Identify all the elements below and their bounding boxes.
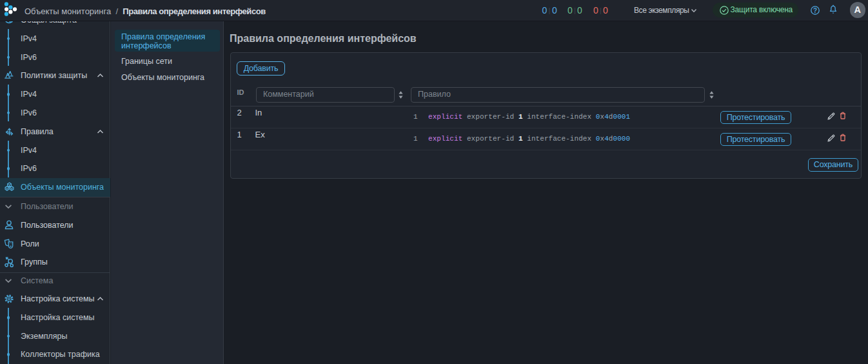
svg-text:?: ?: [813, 6, 816, 14]
